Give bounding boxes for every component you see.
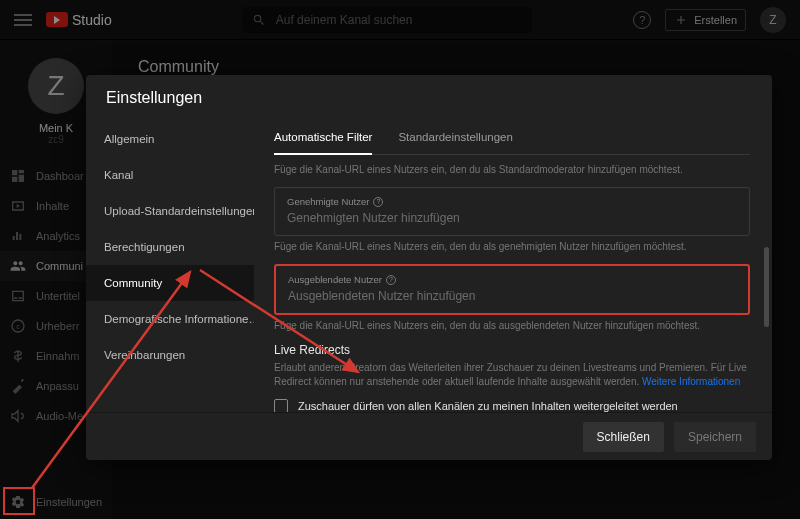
live-redirects-desc: Erlaubt anderen Creatorn das Weiterleite… [274,361,750,389]
modal-nav-channel[interactable]: Kanal [86,157,254,193]
save-button[interactable]: Speichern [674,422,756,452]
hidden-placeholder: Ausgeblendeten Nutzer hinzufügen [288,289,736,303]
hidden-label: Ausgeblendete Nutzer [288,274,382,285]
live-redirects-heading: Live Redirects [274,343,750,357]
modal-nav-agreements[interactable]: Vereinbarungen [86,337,254,373]
tab-auto-filters[interactable]: Automatische Filter [274,123,372,155]
modal-nav-general[interactable]: Allgemein [86,121,254,157]
hidden-hint: Füge die Kanal-URL eines Nutzers ein, de… [274,319,750,333]
close-button[interactable]: Schließen [583,422,664,452]
approved-placeholder: Genehmigten Nutzer hinzufügen [287,211,737,225]
tab-default-settings[interactable]: Standardeinstellungen [398,123,512,154]
redirect-checkbox-label: Zuschauer dürfen von allen Kanälen zu me… [298,400,678,412]
more-info-link[interactable]: Weitere Informationen [642,376,740,387]
help-icon[interactable]: ? [373,197,383,207]
moderator-hint: Füge die Kanal-URL eines Nutzers ein, de… [274,163,750,177]
scrollbar-thumb[interactable] [764,247,769,327]
modal-nav-demographics[interactable]: Demografische Informatione… [86,301,254,337]
modal-content: Automatische Filter Standardeinstellunge… [254,117,772,412]
approved-label: Genehmigte Nutzer [287,196,369,207]
approved-users-box[interactable]: Genehmigte Nutzer? Genehmigten Nutzer hi… [274,187,750,236]
approved-hint: Füge die Kanal-URL eines Nutzers ein, de… [274,240,750,254]
help-icon[interactable]: ? [386,275,396,285]
settings-modal: Einstellungen Allgemein Kanal Upload-Sta… [86,75,772,460]
redirect-checkbox-row[interactable]: Zuschauer dürfen von allen Kanälen zu me… [274,399,750,412]
modal-footer: Schließen Speichern [86,412,772,460]
hidden-users-box[interactable]: Ausgeblendete Nutzer? Ausgeblendeten Nut… [274,264,750,315]
modal-title: Einstellungen [86,75,772,117]
modal-nav-upload-defaults[interactable]: Upload-Standardeinstellungen [86,193,254,229]
modal-nav-permissions[interactable]: Berechtigungen [86,229,254,265]
checkbox-icon[interactable] [274,399,288,412]
modal-tabs: Automatische Filter Standardeinstellunge… [274,123,750,155]
modal-nav-community[interactable]: Community [86,265,254,301]
modal-nav: Allgemein Kanal Upload-Standardeinstellu… [86,117,254,412]
